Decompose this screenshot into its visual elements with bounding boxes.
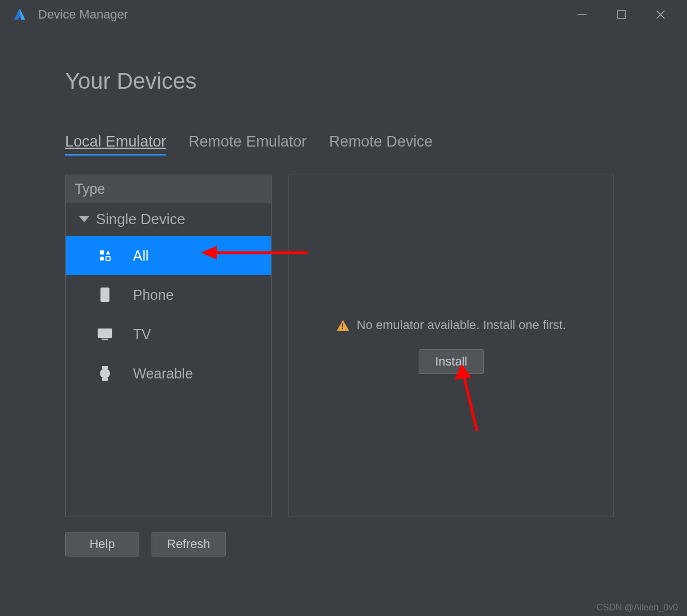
chevron-down-icon [79, 216, 89, 222]
footer-buttons: Help Refresh [65, 532, 631, 556]
content: Your Devices Local Emulator Remote Emula… [0, 29, 687, 556]
window-title: Device Manager [38, 7, 562, 22]
watch-icon [97, 366, 113, 381]
tabs: Local Emulator Remote Emulator Remote De… [65, 133, 631, 156]
type-header: Type [66, 175, 271, 203]
svg-rect-4 [100, 250, 104, 254]
panels: Type Single Device All Phone [65, 175, 631, 517]
type-panel: Type Single Device All Phone [65, 175, 272, 517]
tree-group-single-device[interactable]: Single Device [66, 203, 271, 236]
app-logo-icon [11, 6, 28, 23]
tv-icon [97, 328, 113, 340]
page-title: Your Devices [65, 69, 631, 94]
svg-rect-1 [617, 11, 625, 19]
window-controls [562, 1, 680, 29]
tree-item-all[interactable]: All [66, 236, 271, 275]
svg-marker-5 [106, 250, 110, 254]
warning-text: No emulator available. Install one first… [357, 318, 566, 332]
grid-shapes-icon [97, 249, 113, 262]
tab-remote-device[interactable]: Remote Device [329, 133, 433, 156]
tree-item-label: TV [133, 326, 151, 343]
svg-point-6 [100, 257, 104, 261]
tree-item-label: All [133, 248, 149, 264]
minimize-button[interactable] [562, 1, 602, 29]
emulator-panel: No emulator available. Install one first… [288, 175, 614, 517]
tree-item-phone[interactable]: Phone [66, 275, 271, 314]
install-button[interactable]: Install [419, 349, 483, 374]
tree-item-label: Phone [133, 287, 173, 303]
tree-item-label: Wearable [133, 366, 193, 382]
svg-rect-7 [106, 257, 110, 261]
svg-rect-10 [98, 329, 112, 337]
svg-point-12 [100, 369, 109, 378]
tab-local-emulator[interactable]: Local Emulator [65, 133, 166, 156]
close-button[interactable] [641, 1, 680, 29]
help-button[interactable]: Help [65, 532, 139, 556]
maximize-button[interactable] [602, 1, 641, 29]
phone-icon [97, 287, 113, 303]
warning-row: No emulator available. Install one first… [337, 318, 566, 332]
warning-icon [337, 320, 349, 331]
tree-item-tv[interactable]: TV [66, 314, 271, 354]
tree-group-label: Single Device [96, 211, 185, 228]
watermark: CSDN @Aileen_0v0 [597, 603, 678, 613]
tree-item-wearable[interactable]: Wearable [66, 354, 271, 393]
refresh-button[interactable]: Refresh [152, 532, 226, 556]
titlebar: Device Manager [0, 0, 687, 29]
tab-remote-emulator[interactable]: Remote Emulator [189, 133, 306, 156]
